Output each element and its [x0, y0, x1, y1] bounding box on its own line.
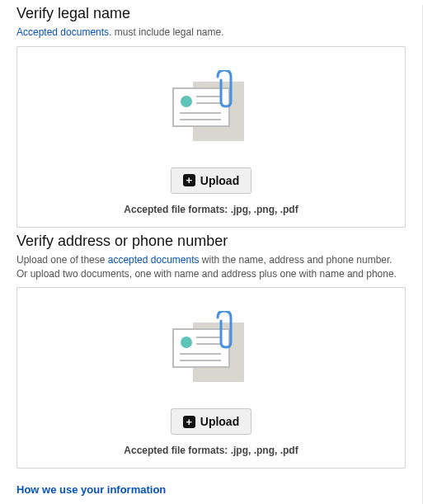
document-paperclip-icon: [170, 70, 252, 148]
accepted-documents-link-2[interactable]: accepted documents: [108, 254, 200, 266]
verify-address-subtext: Upload one of these accepted documents w…: [16, 253, 406, 281]
accepted-documents-link-1[interactable]: Accepted documents: [16, 26, 109, 38]
upload-button-label: Upload: [200, 415, 239, 428]
verify-address-title: Verify address or phone number: [16, 233, 406, 250]
verify-legal-name-title: Verify legal name: [16, 5, 406, 22]
svg-point-2: [181, 96, 192, 107]
upload-button-legal-name[interactable]: + Upload: [171, 167, 251, 194]
verify-address-subtext-before: Upload one of these: [16, 254, 108, 266]
document-paperclip-icon: [170, 311, 252, 389]
plus-icon: +: [183, 416, 195, 428]
verify-legal-name-subtext-tail: . must include legal name.: [109, 26, 223, 38]
verify-legal-name-subtext: Accepted documents. must include legal n…: [16, 26, 406, 40]
upload-button-address[interactable]: + Upload: [171, 408, 251, 435]
how-we-use-info-link[interactable]: How we use your information: [16, 483, 166, 496]
upload-box-legal-name: + Upload Accepted file formats: .jpg, .p…: [16, 46, 406, 228]
accepted-formats-text-2: Accepted file formats: .jpg, .png, .pdf: [31, 445, 392, 456]
accepted-formats-text-1: Accepted file formats: .jpg, .png, .pdf: [31, 204, 392, 215]
upload-button-label: Upload: [200, 174, 239, 187]
plus-icon: +: [183, 174, 195, 186]
svg-point-9: [181, 337, 192, 348]
upload-box-address: + Upload Accepted file formats: .jpg, .p…: [16, 287, 406, 469]
